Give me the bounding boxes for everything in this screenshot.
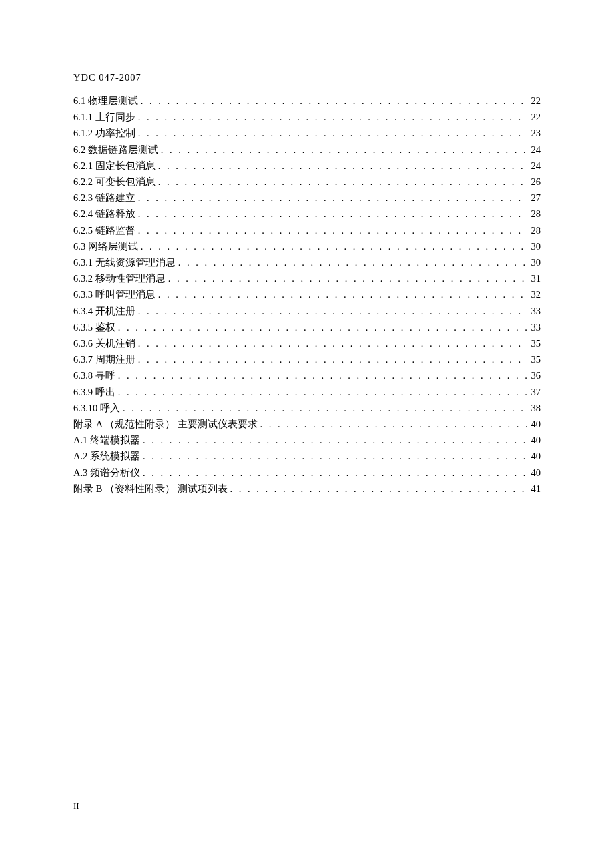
toc-entry-page: 26 bbox=[527, 174, 541, 190]
toc-entry-label: 6.2 数据链路层测试 bbox=[73, 142, 158, 158]
toc-entry-label: 6.1.2 功率控制 bbox=[73, 125, 135, 141]
toc-leader-dots bbox=[166, 270, 527, 286]
toc-leader-dots bbox=[115, 384, 527, 400]
toc-entry-label: 6.3.3 呼叫管理消息 bbox=[73, 286, 156, 302]
toc-entry: 6.2.5 链路监督28 bbox=[73, 222, 541, 238]
toc-entry-page: 28 bbox=[527, 222, 541, 238]
toc-leader-dots bbox=[115, 367, 527, 383]
toc-entry-page: 22 bbox=[527, 93, 541, 109]
toc-entry-page: 23 bbox=[527, 125, 541, 141]
toc-entry: 附录 B （资料性附录） 测试项列表41 bbox=[73, 481, 541, 497]
toc-entry: 6.3 网络层测试30 bbox=[73, 238, 541, 254]
toc-entry: 6.1.1 上行同步22 bbox=[73, 109, 541, 125]
toc-leader-dots bbox=[158, 142, 527, 158]
toc-entry-label: 6.3.6 关机注销 bbox=[73, 335, 135, 351]
toc-leader-dots bbox=[138, 93, 527, 109]
toc-entry-page: 41 bbox=[527, 481, 541, 497]
toc-entry-label: 6.3.7 周期注册 bbox=[73, 351, 135, 367]
toc-entry-label: 6.1 物理层测试 bbox=[73, 93, 138, 109]
toc-entry: 6.2 数据链路层测试24 bbox=[73, 142, 541, 158]
page-number: II bbox=[73, 801, 79, 811]
toc-entry: 6.1.2 功率控制23 bbox=[73, 125, 541, 141]
toc-leader-dots bbox=[140, 432, 527, 448]
toc-entry: 6.3.1 无线资源管理消息30 bbox=[73, 254, 541, 270]
toc-entry: 6.3.8 寻呼36 bbox=[73, 367, 541, 383]
toc-leader-dots bbox=[140, 448, 527, 464]
toc-entry: 6.2.1 固定长包消息24 bbox=[73, 158, 541, 174]
toc-leader-dots bbox=[115, 319, 527, 335]
toc-entry: 6.2.2 可变长包消息26 bbox=[73, 174, 541, 190]
toc-entry-page: 30 bbox=[527, 238, 541, 254]
toc-entry-label: 6.3 网络层测试 bbox=[73, 238, 138, 254]
toc-leader-dots bbox=[120, 400, 527, 416]
toc-entry-page: 28 bbox=[527, 206, 541, 222]
toc-entry-label: 6.3.8 寻呼 bbox=[73, 367, 115, 383]
toc-entry-label: 6.3.9 呼出 bbox=[73, 384, 115, 400]
toc-entry: A.3 频谱分析仪40 bbox=[73, 465, 541, 481]
toc-entry-label: 6.3.4 开机注册 bbox=[73, 303, 135, 319]
toc-entry-label: 附录 B （资料性附录） 测试项列表 bbox=[73, 481, 228, 497]
toc-leader-dots bbox=[135, 222, 527, 238]
toc-leader-dots bbox=[138, 238, 527, 254]
toc-entry-label: 6.2.5 链路监督 bbox=[73, 222, 135, 238]
toc-entry-label: 6.2.2 可变长包消息 bbox=[73, 174, 156, 190]
document-page: YDC 047-2007 6.1 物理层测试226.1.1 上行同步226.1.… bbox=[0, 0, 614, 497]
toc-entry-page: 27 bbox=[527, 190, 541, 206]
table-of-contents: 6.1 物理层测试226.1.1 上行同步226.1.2 功率控制236.2 数… bbox=[73, 93, 541, 497]
toc-leader-dots bbox=[140, 465, 527, 481]
toc-entry-page: 38 bbox=[527, 400, 541, 416]
toc-entry-page: 31 bbox=[527, 270, 541, 286]
toc-entry: 6.3.6 关机注销35 bbox=[73, 335, 541, 351]
toc-entry-page: 22 bbox=[527, 109, 541, 125]
toc-leader-dots bbox=[176, 254, 527, 270]
toc-entry-page: 30 bbox=[527, 254, 541, 270]
toc-entry-page: 35 bbox=[527, 351, 541, 367]
toc-leader-dots bbox=[156, 158, 527, 174]
toc-leader-dots bbox=[135, 335, 527, 351]
toc-entry-label: 6.3.10 呼入 bbox=[73, 400, 120, 416]
toc-entry: 6.3.10 呼入38 bbox=[73, 400, 541, 416]
toc-entry-page: 36 bbox=[527, 367, 541, 383]
toc-entry-page: 24 bbox=[527, 142, 541, 158]
toc-leader-dots bbox=[156, 174, 527, 190]
toc-leader-dots bbox=[135, 303, 527, 319]
toc-entry-page: 33 bbox=[527, 319, 541, 335]
toc-entry: 6.3.7 周期注册35 bbox=[73, 351, 541, 367]
toc-entry: 6.2.4 链路释放28 bbox=[73, 206, 541, 222]
toc-entry: A.1 终端模拟器40 bbox=[73, 432, 541, 448]
toc-leader-dots bbox=[135, 206, 527, 222]
toc-leader-dots bbox=[135, 125, 527, 141]
toc-entry: 6.3.2 移动性管理消息31 bbox=[73, 270, 541, 286]
toc-entry-page: 40 bbox=[527, 416, 541, 432]
toc-entry-page: 24 bbox=[527, 158, 541, 174]
toc-entry-label: 6.3.1 无线资源管理消息 bbox=[73, 254, 176, 270]
document-header: YDC 047-2007 bbox=[73, 72, 541, 83]
toc-entry-page: 33 bbox=[527, 303, 541, 319]
toc-leader-dots bbox=[228, 481, 527, 497]
toc-entry: 6.3.4 开机注册33 bbox=[73, 303, 541, 319]
toc-entry-page: 35 bbox=[527, 335, 541, 351]
toc-entry-page: 37 bbox=[527, 384, 541, 400]
toc-entry: 6.1 物理层测试22 bbox=[73, 93, 541, 109]
toc-entry-page: 40 bbox=[527, 465, 541, 481]
toc-entry-label: A.1 终端模拟器 bbox=[73, 432, 140, 448]
toc-entry: A.2 系统模拟器40 bbox=[73, 448, 541, 464]
toc-leader-dots bbox=[135, 109, 527, 125]
toc-entry: 6.3.5 鉴权33 bbox=[73, 319, 541, 335]
toc-leader-dots bbox=[135, 190, 527, 206]
toc-entry-label: A.2 系统模拟器 bbox=[73, 448, 140, 464]
toc-entry-label: A.3 频谱分析仪 bbox=[73, 465, 140, 481]
toc-entry-page: 40 bbox=[527, 448, 541, 464]
toc-entry-label: 6.2.1 固定长包消息 bbox=[73, 158, 156, 174]
toc-entry: 6.2.3 链路建立27 bbox=[73, 190, 541, 206]
toc-leader-dots bbox=[156, 286, 527, 302]
toc-entry-label: 6.3.5 鉴权 bbox=[73, 319, 115, 335]
toc-leader-dots bbox=[135, 351, 527, 367]
toc-entry: 6.3.3 呼叫管理消息32 bbox=[73, 286, 541, 302]
toc-entry-label: 6.2.3 链路建立 bbox=[73, 190, 135, 206]
toc-entry-label: 6.3.2 移动性管理消息 bbox=[73, 270, 166, 286]
toc-leader-dots bbox=[258, 416, 527, 432]
toc-entry-label: 6.1.1 上行同步 bbox=[73, 109, 135, 125]
toc-entry-page: 40 bbox=[527, 432, 541, 448]
toc-entry-label: 附录 A （规范性附录） 主要测试仪表要求 bbox=[73, 416, 258, 432]
